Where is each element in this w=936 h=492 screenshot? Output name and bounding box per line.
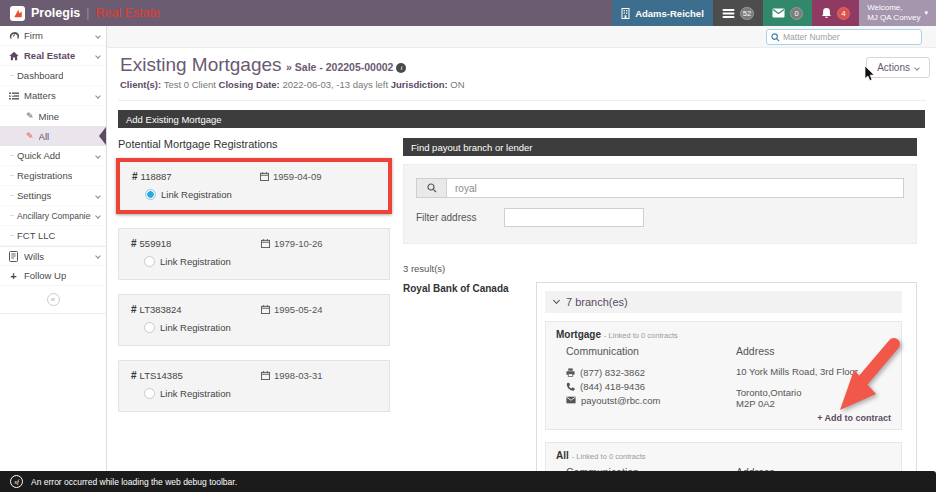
radio-selected-icon[interactable] [145,189,156,200]
link-registration-label: Link Registration [160,256,231,267]
registration-number: #559918 [131,238,171,249]
filter-address-input[interactable] [504,208,644,227]
filter-address-label: Filter address [416,212,504,223]
matter-search-box[interactable] [766,29,922,45]
matters-queue-button[interactable]: 52 [713,0,763,26]
messages-button[interactable]: 0 [763,0,812,26]
sidebar-item-label: Firm [24,30,43,41]
branch-card-mortgage: Mortgage- Linked to 0 contracts Communic… [545,321,902,430]
collapse-sidebar-button[interactable]: « [47,293,60,306]
chevron-down-icon [95,33,101,39]
branch-title: Mortgage- Linked to 0 contracts [556,329,891,340]
sidebar-item-settings[interactable]: Settings [0,186,106,206]
sidebar-item-registrations[interactable]: Registrations [0,166,106,186]
prolegis-logo-icon[interactable] [10,6,25,21]
link-registration-option[interactable]: Link Registration [144,322,379,333]
chevron-down-icon: ▾ [924,9,928,18]
radio-unselected-icon[interactable] [144,388,155,399]
search-icon [771,33,780,42]
header-divider [118,100,926,101]
sidebar-item-mine[interactable]: ✎ Mine [0,106,106,126]
phone-icon [566,382,575,391]
registration-date: 1979-10-26 [261,238,379,249]
building-icon [621,8,630,19]
brand: Prolegis | Real Estate [0,0,160,26]
breadcrumb: » Sale - 202205-00002 [286,61,396,73]
registration-card[interactable]: #559918 1979-10-26 Link Registration [118,228,390,280]
potential-registrations-panel: Potential Mortgage Registrations #118887… [118,138,390,426]
payout-finder-panel: Find payout branch or lender Filter addr… [403,138,917,294]
sidebar-item-label: All [39,131,50,142]
sidebar-collapse-row: « [0,286,106,314]
fax-line: (877) 832-3862 [566,366,736,380]
sidebar-item-ancillary-companies[interactable]: Ancillary Companies [0,206,106,226]
link-registration-option[interactable]: Link Registration [144,388,379,399]
link-registration-option[interactable]: Link Registration [145,189,378,200]
org-switcher-button[interactable]: Adams-Reichel [612,0,713,26]
add-existing-mortgage-bar: Add Existing Mortgage [118,110,925,128]
chevron-down-icon [95,193,101,199]
sidebar-item-matters[interactable]: Matters [0,86,106,106]
radio-unselected-icon[interactable] [144,256,155,267]
sidebar-item-follow-up[interactable]: + Follow Up [0,266,106,286]
annotation-highlight-box: #118887 1959-04-09 Link Registration [116,158,392,214]
org-name-label: Adams-Reichel [635,8,704,19]
registration-card[interactable]: #118887 1959-04-09 Link Registration [120,162,388,210]
sidebar-nav: Firm Real Estate Dashboard Matters ✎ Min… [0,26,107,492]
jurisdiction-label: Jurisdiction: [391,79,448,90]
sidebar-item-real-estate[interactable]: Real Estate [0,46,106,66]
radio-unselected-icon[interactable] [144,322,155,333]
sidebar-item-fct-llc[interactable]: FCT LLC [0,226,106,246]
hash-icon: # [131,238,137,249]
envelope-icon [772,8,785,18]
bell-icon [821,7,832,19]
plus-icon: + [817,413,822,423]
sidebar-item-dashboard[interactable]: Dashboard [0,66,106,86]
sidebar-item-quick-add[interactable]: Quick Add [0,146,106,166]
registration-date: 1998-03-31 [261,370,379,381]
link-registration-label: Link Registration [160,388,231,399]
page-title-row: Existing Mortgages » Sale - 202205-00002… [120,54,406,76]
registration-card[interactable]: #LTS14385 1998-03-31 Link Registration [118,360,390,412]
branch-email[interactable]: payoutst@rbc.com [581,394,660,408]
registration-card[interactable]: #LT383824 1995-05-24 Link Registration [118,294,390,346]
sidebar-item-wills[interactable]: Wills [0,246,106,266]
sidebar-item-label: Matters [24,90,56,101]
address-line-1: 10 York Mills Road, 3rd Floor [736,366,858,377]
sidebar-item-firm[interactable]: Firm [0,26,106,46]
branch-communication: Communication (877) 832-3862 (844) 418-9… [556,345,736,409]
results-count: 3 result(s) [403,263,917,274]
calendar-icon [261,239,270,248]
link-registration-option[interactable]: Link Registration [144,256,379,267]
email-line: payoutst@rbc.com [566,394,736,408]
clients-label: Client(s): [120,79,161,90]
sidebar-item-all[interactable]: ✎ All [0,126,106,146]
add-to-contract-link[interactable]: +Add to contract [556,413,891,423]
branches-accordion-header[interactable]: 7 branch(es) [545,291,902,313]
registration-number: #LTS14385 [131,370,183,381]
payout-finder-header: Find payout branch or lender [403,138,917,156]
notifications-count-badge: 4 [837,7,850,20]
registration-date: 1959-04-09 [260,171,378,182]
user-menu[interactable]: Welcome, MJ QA Convey ▾ [859,0,936,26]
actions-button[interactable]: Actions [866,57,930,78]
registration-date: 1995-05-24 [261,304,379,315]
header-actions: Adams-Reichel 52 0 4 Welcome, MJ QA Conv… [612,0,936,26]
brand-name[interactable]: Prolegis [31,6,80,20]
registrations-heading: Potential Mortgage Registrations [118,138,390,150]
pencil-icon: ✎ [26,111,34,121]
lender-search-input[interactable] [446,178,904,198]
top-header-bar: Prolegis | Real Estate Adams-Reichel 52 … [0,0,936,26]
notifications-button[interactable]: 4 [812,0,859,26]
communication-heading: Communication [566,345,736,357]
brand-separator: | [86,6,89,20]
info-icon[interactable]: i [396,63,406,73]
hash-icon: # [131,304,137,315]
chevron-down-icon [95,153,101,159]
matter-number-input[interactable] [783,32,917,42]
hash-icon: # [132,171,138,182]
sidebar-item-label: Ancillary Companies [17,211,91,221]
link-registration-label: Link Registration [160,322,231,333]
sidebar-item-label: Mine [39,111,60,122]
plus-icon: + [8,270,19,282]
